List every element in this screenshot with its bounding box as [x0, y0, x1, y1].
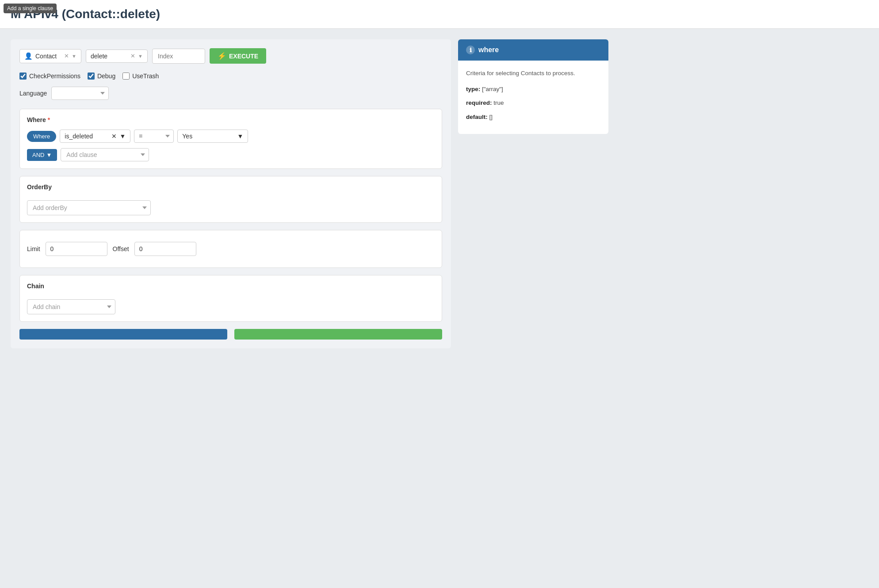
- controls-row: 👤 Contact ✕ ▼ delete ✕ ▼ ⚡ EXECUTE: [19, 48, 442, 64]
- action-arrow-icon[interactable]: ▼: [138, 53, 143, 59]
- execute-label: EXECUTE: [229, 53, 258, 60]
- value-selector[interactable]: Yes ▼: [177, 130, 248, 143]
- use-trash-checkbox[interactable]: UseTrash: [122, 73, 159, 80]
- info-icon: ℹ: [466, 46, 475, 54]
- where-badge: Where: [27, 131, 56, 142]
- check-permissions-checkbox[interactable]: CheckPermissions: [19, 73, 80, 80]
- field-selector[interactable]: is_deleted ✕ ▼: [60, 130, 130, 143]
- default-meta: default: []: [466, 112, 600, 122]
- language-select[interactable]: [51, 87, 109, 100]
- add-chain-select[interactable]: Add chain: [27, 299, 115, 314]
- check-permissions-input[interactable]: [19, 73, 27, 80]
- entity-selector[interactable]: 👤 Contact ✕ ▼: [19, 49, 81, 63]
- checkboxes-row: CheckPermissions Debug UseTrash: [19, 73, 442, 80]
- use-trash-input[interactable]: [122, 73, 130, 80]
- index-input[interactable]: [152, 49, 205, 64]
- add-clause-select[interactable]: Add clause: [61, 148, 149, 161]
- where-section: Where * Where is_deleted ✕ ▼ = != > < Ye…: [19, 109, 442, 169]
- type-meta: type: ["array"]: [466, 84, 600, 94]
- limit-offset-section: Limit Offset: [19, 230, 442, 268]
- field-arrow-icon[interactable]: ▼: [119, 133, 126, 140]
- orderby-section: OrderBy Add orderBy: [19, 176, 442, 223]
- right-panel-body: Criteria for selecting Contacts to proce…: [458, 61, 608, 134]
- chain-section-title: Chain: [27, 283, 435, 290]
- language-row: Language: [19, 87, 442, 100]
- page-title: M APIv4 (Contact::delete): [11, 7, 868, 21]
- field-label: is_deleted: [65, 133, 109, 140]
- limit-label: Limit: [27, 245, 40, 252]
- debug-input[interactable]: [88, 73, 95, 80]
- entity-arrow-icon[interactable]: ▼: [72, 53, 76, 59]
- chain-section: Chain Add chain: [19, 275, 442, 322]
- right-panel-header: ℹ where: [458, 39, 608, 61]
- and-label: AND: [32, 152, 44, 158]
- left-panel: 👤 Contact ✕ ▼ delete ✕ ▼ ⚡ EXECUTE Check…: [11, 39, 451, 348]
- value-label: Yes: [182, 133, 234, 140]
- language-label: Language: [19, 90, 47, 97]
- limit-input[interactable]: [46, 242, 107, 256]
- field-clear-icon[interactable]: ✕: [111, 133, 117, 140]
- right-panel: ℹ where Criteria for selecting Contacts …: [458, 39, 608, 134]
- check-permissions-label: CheckPermissions: [29, 73, 80, 80]
- default-value: []: [489, 114, 493, 120]
- where-clause-row: Where is_deleted ✕ ▼ = != > < Yes ▼: [27, 130, 435, 143]
- debug-checkbox[interactable]: Debug: [88, 73, 115, 80]
- add-orderby-select[interactable]: Add orderBy: [27, 200, 151, 215]
- debug-label: Debug: [97, 73, 115, 80]
- entity-label: Contact: [35, 53, 61, 60]
- bottom-blue-button[interactable]: [19, 329, 227, 340]
- tooltip-badge: Add a single clause: [4, 4, 57, 13]
- limit-offset-row: Limit Offset: [27, 237, 435, 260]
- orderby-title-text: OrderBy: [27, 183, 52, 191]
- where-section-title: Where *: [27, 116, 435, 123]
- user-icon: 👤: [24, 52, 33, 60]
- type-value: ["array"]: [482, 86, 503, 92]
- required-label: required:: [466, 99, 492, 106]
- action-selector[interactable]: delete ✕ ▼: [86, 50, 148, 63]
- required-value: true: [493, 99, 504, 106]
- execute-button[interactable]: ⚡ EXECUTE: [210, 48, 266, 64]
- use-trash-label: UseTrash: [132, 73, 159, 80]
- bolt-icon: ⚡: [218, 52, 226, 60]
- right-panel-description: Criteria for selecting Contacts to proce…: [466, 69, 600, 78]
- right-panel-title: where: [478, 46, 499, 54]
- action-label: delete: [91, 53, 128, 60]
- entity-clear-icon[interactable]: ✕: [64, 53, 69, 59]
- offset-label: Offset: [113, 245, 129, 252]
- operator-select[interactable]: = != > <: [134, 130, 174, 143]
- and-button[interactable]: AND ▼: [27, 149, 57, 161]
- bottom-buttons: [19, 329, 442, 340]
- value-arrow-icon[interactable]: ▼: [237, 133, 243, 140]
- orderby-section-title: OrderBy: [27, 183, 435, 191]
- chain-title-text: Chain: [27, 283, 44, 290]
- default-label: default:: [466, 114, 488, 120]
- required-star: *: [48, 116, 50, 123]
- offset-input[interactable]: [134, 242, 196, 256]
- type-label: type:: [466, 86, 480, 92]
- and-row: AND ▼ Add clause: [27, 148, 435, 161]
- and-arrow-icon: ▼: [46, 152, 52, 158]
- bottom-green-button[interactable]: [234, 329, 442, 340]
- where-title-text: Where: [27, 116, 46, 123]
- required-meta: required: true: [466, 98, 600, 108]
- action-clear-icon[interactable]: ✕: [130, 53, 135, 59]
